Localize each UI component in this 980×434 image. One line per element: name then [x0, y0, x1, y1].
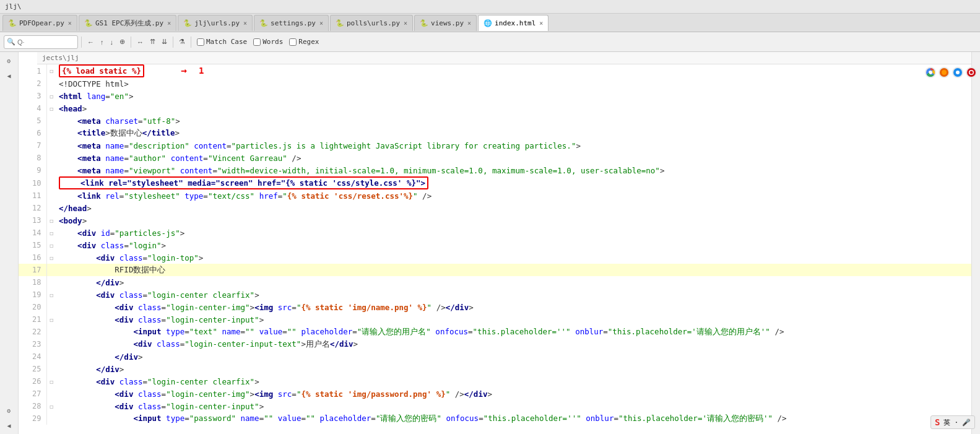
- fold-icon[interactable]: ◻: [46, 227, 56, 239]
- sogou-mic[interactable]: 🎤: [962, 419, 971, 427]
- firefox-icon[interactable]: [939, 67, 950, 78]
- line-code[interactable]: <body>: [56, 214, 971, 227]
- table-row: 27 <div class="login-center-img"><img sr…: [19, 388, 971, 400]
- line-code[interactable]: <meta name="author" content="Vincent Gar…: [56, 152, 971, 164]
- scrollbar[interactable]: [971, 52, 980, 434]
- line-number: 25: [19, 363, 46, 375]
- fold-icon[interactable]: ◻: [46, 90, 56, 102]
- words-checkbox[interactable]: [253, 38, 261, 46]
- line-code[interactable]: <meta name="description" content="partic…: [56, 139, 971, 152]
- line-code[interactable]: </div>: [56, 276, 971, 289]
- fold-icon[interactable]: ◻: [46, 375, 56, 388]
- code-area[interactable]: jects\jlj 1◻{% load static %} → 12<!DOCT…: [19, 52, 971, 434]
- down-button[interactable]: ↓: [108, 35, 116, 49]
- fold-icon[interactable]: ◻: [46, 400, 56, 412]
- tab-indexhtml[interactable]: 🌐 index.html ×: [478, 15, 549, 31]
- line-code[interactable]: <html lang="en">: [56, 90, 971, 102]
- left-panel-btn-1[interactable]: ⚙: [3, 54, 15, 67]
- line-code[interactable]: <div class="login-center-img"><img src="…: [56, 301, 971, 313]
- fold-icon: [46, 388, 56, 400]
- tab-jljurls[interactable]: 🐍 jlj\urls.py ×: [178, 15, 253, 31]
- search-input[interactable]: [17, 38, 67, 46]
- filter-button[interactable]: ⚗: [176, 35, 188, 49]
- line-code[interactable]: <input type="password" name="" value="" …: [56, 412, 971, 425]
- match-case-label[interactable]: Match Case: [197, 38, 247, 46]
- line-number: 28: [19, 400, 46, 412]
- table-row: 7 <meta name="description" content="part…: [19, 139, 971, 152]
- line-code[interactable]: <link rel="stylesheet" type="text/css" h…: [56, 189, 971, 202]
- search-box[interactable]: 🔍: [4, 35, 78, 49]
- tab-close-settings[interactable]: ×: [319, 20, 323, 27]
- line-code[interactable]: <div class="login">: [56, 239, 971, 251]
- line-code[interactable]: <!DOCTYPE html>: [56, 77, 971, 90]
- tab-views[interactable]: 🐍 views.py ×: [414, 15, 477, 31]
- left-panel-btn-2[interactable]: ◀: [3, 69, 15, 82]
- line-code[interactable]: <div class="login-center-input">: [56, 400, 971, 412]
- line-code[interactable]: </div>: [56, 350, 971, 363]
- line-code[interactable]: <div id="particles-js">: [56, 227, 971, 239]
- table-row: 1◻{% load static %} → 1: [19, 64, 971, 77]
- line-number: 7: [19, 139, 46, 152]
- replace-button[interactable]: ↔: [134, 35, 146, 49]
- line-code[interactable]: <div class="login-center-input-text">用户名…: [56, 338, 971, 350]
- fold-icon[interactable]: ◻: [46, 251, 56, 264]
- back-button[interactable]: ←: [85, 35, 97, 49]
- table-row: 25 </div>: [19, 363, 971, 375]
- line-code[interactable]: <div class="login-center clearfix">: [56, 289, 971, 301]
- line-code[interactable]: <meta name="viewport" content="width=dev…: [56, 164, 971, 176]
- fold-icon[interactable]: ◻: [46, 214, 56, 227]
- regex-label[interactable]: Regex: [289, 38, 319, 46]
- line-code[interactable]: </div>: [56, 363, 971, 375]
- fold-icon[interactable]: ◻: [46, 64, 56, 77]
- line-code[interactable]: <head>: [56, 102, 971, 115]
- safari-icon[interactable]: [952, 67, 963, 78]
- table-row: 20 <div class="login-center-img"><img sr…: [19, 301, 971, 313]
- tab-close-indexhtml[interactable]: ×: [539, 20, 543, 27]
- match-case-checkbox[interactable]: [197, 38, 204, 46]
- fold-icon[interactable]: ◻: [46, 239, 56, 251]
- fold-icon: [46, 264, 56, 276]
- left-panel-btn-3[interactable]: ⚙: [3, 404, 15, 417]
- fold-icon[interactable]: ◻: [46, 102, 56, 115]
- line-code[interactable]: {% load static %} → 1: [56, 64, 971, 77]
- line-code[interactable]: <input type="text" name="" value="" plac…: [56, 326, 971, 338]
- fold-icon[interactable]: ◻: [46, 289, 56, 301]
- fold-icon: [46, 338, 56, 350]
- fold-icon: [46, 164, 56, 176]
- replace-up-button[interactable]: ⇈: [147, 35, 158, 49]
- line-code[interactable]: <div class="login-center-img"><img src="…: [56, 388, 971, 400]
- annotation-box-2: <link rel="stylesheet" media="screen" hr…: [59, 176, 428, 189]
- chrome-icon[interactable]: [925, 67, 936, 78]
- line-code[interactable]: <link rel="stylesheet" media="screen" hr…: [56, 176, 971, 189]
- line-code[interactable]: </head>: [56, 202, 971, 214]
- tab-close-pollsurls[interactable]: ×: [404, 20, 407, 27]
- regex-text: Regex: [298, 38, 319, 46]
- up-button[interactable]: ↑: [98, 35, 106, 49]
- line-code[interactable]: <div class="login-center-input">: [56, 313, 971, 326]
- fold-icon[interactable]: ◻: [46, 313, 56, 326]
- line-code[interactable]: <meta charset="utf-8">: [56, 115, 971, 127]
- table-row: 12</head>: [19, 202, 971, 214]
- opera-icon[interactable]: [966, 67, 977, 78]
- replace-down-button[interactable]: ⇊: [159, 35, 170, 49]
- table-row: 9 <meta name="viewport" content="width=d…: [19, 164, 971, 176]
- find-button[interactable]: ⊕: [117, 35, 128, 49]
- fold-icon: [46, 127, 56, 139]
- table-row: 17 RFID数据中心: [19, 264, 971, 276]
- words-label[interactable]: Words: [253, 38, 283, 46]
- tab-close-views[interactable]: ×: [467, 20, 471, 27]
- tab-close-gs1epc[interactable]: ×: [167, 20, 171, 27]
- tab-gs1epc[interactable]: 🐍 GS1 EPC系列生成.py ×: [79, 15, 176, 31]
- tab-pdfopear[interactable]: 🐍 PDFOpear.py ×: [2, 15, 77, 31]
- tab-pollsurls[interactable]: 🐍 polls\urls.py ×: [330, 15, 413, 31]
- left-panel-btn-4[interactable]: ◀: [3, 419, 15, 432]
- line-code[interactable]: <div class="login-center clearfix">: [56, 375, 971, 388]
- line-code[interactable]: <div class="login-top">: [56, 251, 971, 264]
- tab-close-pdfopear[interactable]: ×: [68, 20, 72, 27]
- line-code[interactable]: RFID数据中心: [56, 264, 971, 276]
- regex-checkbox[interactable]: [289, 38, 297, 46]
- line-code[interactable]: <title>数据中心</title>: [56, 127, 971, 139]
- tab-settings[interactable]: 🐍 settings.py ×: [254, 15, 329, 31]
- svg-point-3: [942, 70, 947, 75]
- tab-close-jljurls[interactable]: ×: [243, 20, 247, 27]
